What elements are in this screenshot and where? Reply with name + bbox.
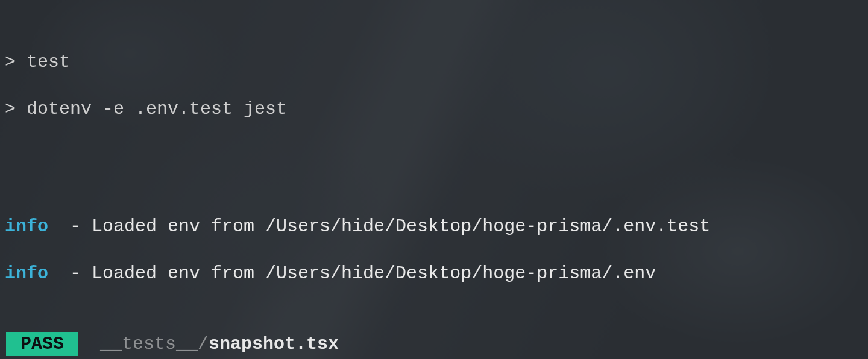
info-tag: info [5, 263, 48, 284]
info-sep: - [48, 216, 92, 237]
terminal-output: > test > dotenv -e .env.test jest info -… [0, 0, 868, 359]
blank-line [5, 145, 863, 168]
test-result-line: PASS __tests__/snapshot.tsx [5, 332, 863, 356]
command-line: > test [5, 51, 863, 74]
env-info-line: info - Loaded env from /Users/hide/Deskt… [5, 262, 863, 286]
info-sep: - [48, 263, 92, 284]
pass-badge: PASS [6, 332, 78, 356]
env-info-line: info - Loaded env from /Users/hide/Deskt… [5, 215, 863, 239]
result-dir: __tests__/ [100, 334, 209, 354]
info-tag: info [5, 216, 48, 237]
result-file: snapshot.tsx [209, 334, 339, 354]
command-line: > dotenv -e .env.test jest [5, 98, 863, 121]
info-msg: Loaded env from /Users/hide/Desktop/hoge… [92, 263, 656, 284]
info-msg: Loaded env from /Users/hide/Desktop/hoge… [92, 216, 710, 237]
